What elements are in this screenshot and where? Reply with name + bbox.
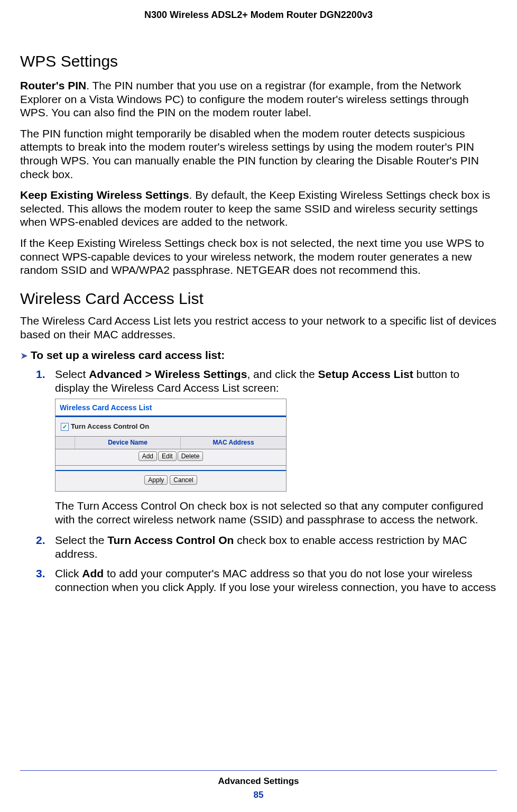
acl-add-button[interactable]: Add [139, 451, 157, 461]
step-1-text-c: , and click the [247, 368, 318, 380]
step-1: Select Advanced > Wireless Settings, and… [36, 367, 497, 526]
acl-cancel-button[interactable]: Cancel [170, 475, 197, 485]
step-2-checkbox-name: Turn Access Control On [107, 534, 234, 546]
term-keep-existing: Keep Existing Wireless Settings [20, 189, 189, 201]
acl-dialog-body: ✓ Turn Access Control On Device Name MAC… [56, 417, 286, 491]
acl-turn-access-control-checkbox[interactable]: ✓ [61, 423, 69, 431]
procedure-steps: Select Advanced > Wireless Settings, and… [36, 367, 497, 594]
figure-access-list-dialog: Wireless Card Access List ✓ Turn Access … [55, 399, 287, 492]
acl-table-header: Device Name MAC Address [56, 436, 286, 449]
doc-header-title: N300 Wireless ADSL2+ Modem Router DGN220… [0, 0, 517, 21]
acl-col-spacer [56, 437, 75, 449]
step-2: Select the Turn Access Control On check … [36, 533, 497, 560]
step-3-button-name: Add [82, 567, 104, 579]
acl-dialog-title: Wireless Card Access List [56, 399, 286, 417]
procedure-lead: ➤ To set up a wireless card access list: [20, 348, 497, 362]
procedure-title: To set up a wireless card access list: [31, 348, 225, 362]
acl-apply-button[interactable]: Apply [144, 475, 168, 485]
text-router-pin-desc: . The PIN number that you use on a regis… [20, 79, 469, 118]
step-1-path: Advanced > Wireless Settings [89, 368, 247, 380]
step-1-result-text: The Turn Access Control On check box is … [55, 499, 497, 526]
step-3-text-a: Click [55, 567, 82, 579]
paragraph-keep-existing-warning: If the Keep Existing Wireless Settings c… [20, 236, 497, 277]
heading-wireless-card-access-list: Wireless Card Access List [20, 290, 497, 308]
paragraph-router-pin: Router's PIN. The PIN number that you us… [20, 79, 497, 119]
acl-col-device-name: Device Name [75, 437, 180, 449]
paragraph-pin-disabled: The PIN function might temporarily be di… [20, 127, 497, 181]
step-1-text-a: Select [55, 368, 89, 380]
acl-turn-access-control-label: Turn Access Control On [71, 422, 149, 431]
procedure-arrow-icon: ➤ [20, 348, 31, 362]
footer-section-title: Advanced Settings [0, 776, 517, 787]
term-router-pin: Router's PIN [20, 79, 86, 91]
acl-turn-access-control-row: ✓ Turn Access Control On [61, 421, 281, 434]
step-1-button-name: Setup Access List [318, 368, 413, 380]
acl-col-mac-address: MAC Address [180, 437, 286, 449]
acl-footer-buttons: Apply Cancel [61, 471, 281, 486]
acl-delete-button[interactable]: Delete [178, 451, 204, 461]
content-area: WPS Settings Router's PIN. The PIN numbe… [0, 21, 517, 594]
paragraph-keep-existing: Keep Existing Wireless Settings. By defa… [20, 188, 497, 229]
page-footer: Advanced Settings 85 [0, 770, 517, 800]
footer-page-number: 85 [0, 790, 517, 800]
step-3: Click Add to add your computer's MAC add… [36, 567, 497, 594]
step-2-text-a: Select the [55, 534, 107, 546]
heading-wps-settings: WPS Settings [20, 52, 497, 70]
paragraph-wcal-intro: The Wireless Card Access List lets you r… [20, 314, 497, 341]
footer-rule [20, 770, 497, 771]
acl-edit-button[interactable]: Edit [158, 451, 177, 461]
acl-row-buttons: Add Edit Delete [56, 449, 286, 466]
step-3-text-c: to add your computer's MAC address so th… [55, 567, 496, 593]
